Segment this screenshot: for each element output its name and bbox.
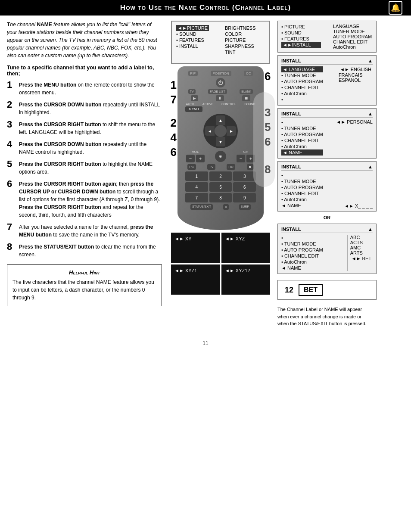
step-num-left-2: 2 bbox=[171, 117, 177, 128]
install3-auto: • AUTO PROGRAM bbox=[281, 184, 323, 190]
ch-down-btn[interactable]: − bbox=[237, 155, 245, 162]
remote-dpad: ▲ ▼ ◄ ► bbox=[203, 114, 238, 148]
remote-btn-3[interactable]: 3 bbox=[233, 171, 256, 181]
panel-xy: ◄► XY _ _ bbox=[171, 233, 220, 263]
remote-dpad-right[interactable]: ► bbox=[227, 126, 236, 136]
remote-stop-btn[interactable]: ⏹ bbox=[242, 95, 250, 101]
install-title-2: INSTALL ▲ bbox=[281, 111, 373, 118]
remote-cc-btn[interactable]: CC bbox=[244, 71, 253, 76]
remote-power-btn[interactable]: ⏻ bbox=[216, 78, 225, 87]
menu-tint: TINT bbox=[225, 49, 265, 55]
remote-tv-btn[interactable]: TV bbox=[188, 89, 196, 94]
vol-up-btn[interactable]: + bbox=[196, 155, 205, 162]
remote-btn-9[interactable]: 9 bbox=[233, 193, 256, 202]
ms2-channel: CHANNEL EDIT bbox=[333, 39, 373, 44]
step-text-4: Press the CURSOR DOWN button repeatedly … bbox=[19, 140, 162, 156]
panel-xyz: ◄► XYZ _ bbox=[221, 233, 270, 263]
install4-acts: ACTS bbox=[350, 240, 373, 245]
remote-vol-ch-area: VOL − + ⊗ CH − bbox=[186, 150, 255, 162]
remote-blank-btn[interactable]: BLANK bbox=[240, 89, 253, 94]
remote-control: PIP POSITION CC ⏻ TV PAGE LIST bbox=[177, 66, 264, 230]
menu-screen-2: • PICTURE • SOUND • FEATURES ◄►INSTALL L… bbox=[277, 21, 377, 53]
remote-position-btn[interactable]: POSITION bbox=[211, 71, 231, 76]
remote-btn-7[interactable]: 7 bbox=[185, 193, 208, 202]
install2-channel: • CHANNEL EDIT bbox=[281, 137, 323, 143]
remote-pagelist-btn[interactable]: PAGE LIST bbox=[208, 89, 227, 94]
install-title-4: INSTALL ▲ bbox=[281, 227, 373, 233]
remote-btn-1[interactable]: 1 bbox=[185, 171, 208, 181]
vol-label: VOL bbox=[192, 150, 199, 154]
remote-record-btn[interactable]: ⏺ bbox=[247, 164, 254, 170]
ms2-autochron: AutoChron bbox=[333, 44, 373, 50]
install3-tuner: • TUNER MODE bbox=[281, 178, 323, 184]
remote-btn-6[interactable]: 6 bbox=[233, 182, 256, 192]
menu-brightness: BRIGHTNESS bbox=[225, 25, 265, 31]
remote-auto-btn[interactable]: AUTO bbox=[186, 103, 194, 106]
subtitle: Tune to a specific channel that you want… bbox=[7, 65, 162, 77]
center-column: ◄►PICTURE • SOUND • FEATURES • INSTALL B… bbox=[169, 21, 272, 327]
remote-btn-5[interactable]: 5 bbox=[209, 182, 232, 192]
remote-btn-2[interactable]: 2 bbox=[209, 171, 232, 181]
channel-name-label: BET bbox=[299, 284, 323, 296]
channel-label-note: The Channel Label or NAME will appear wh… bbox=[277, 306, 372, 327]
step-7: 7 After you have selected a name for the… bbox=[7, 223, 162, 239]
remote-hd-btn[interactable]: HD bbox=[227, 164, 235, 170]
left-column: The channel NAME feature allows you to l… bbox=[7, 21, 162, 327]
main-content: The channel NAME feature allows you to l… bbox=[0, 16, 411, 333]
remote-menu-btn[interactable]: MENU bbox=[185, 106, 202, 112]
remote-active-btn[interactable]: ACTIVE bbox=[202, 103, 213, 106]
step-num-1: 1 bbox=[7, 80, 16, 90]
menu-picture: ◄►PICTURE bbox=[176, 25, 209, 31]
remote-dpad-down[interactable]: ▼ bbox=[216, 137, 225, 146]
remote-status-btn[interactable]: STATUS/EXIT bbox=[190, 204, 213, 210]
remote-play-btn[interactable]: ▶ bbox=[191, 95, 198, 101]
remote-tv-src-btn[interactable]: TV bbox=[207, 164, 215, 170]
page: How to Use the Name Control (Channel Lab… bbox=[0, 0, 411, 532]
remote-btn-0[interactable]: 0 bbox=[223, 204, 228, 210]
vol-down-btn[interactable]: − bbox=[186, 155, 195, 162]
remote-pc-btn[interactable]: PC bbox=[187, 164, 196, 170]
remote-dpad-up[interactable]: ▲ bbox=[216, 115, 225, 125]
remote-mute-btn[interactable]: ⊗ bbox=[215, 151, 226, 162]
remote-btn-4[interactable]: 4 bbox=[185, 182, 208, 192]
step-8: 8 Press the STATUS/EXIT button to clear … bbox=[7, 243, 162, 258]
page-number: 11 bbox=[0, 337, 411, 350]
ms2-features: • FEATURES bbox=[281, 36, 321, 42]
step-4: 4 Press the CURSOR DOWN button repeatedl… bbox=[7, 140, 162, 156]
install4-name: ◄ NAME bbox=[281, 265, 323, 271]
install3-channel: • CHANNEL EDIT bbox=[281, 190, 323, 196]
remote-surf-btn[interactable]: SURF bbox=[239, 204, 251, 210]
remote-pause-btn[interactable]: ⏸ bbox=[216, 95, 224, 101]
menu-sound: • SOUND bbox=[176, 31, 216, 37]
install-screen-4: INSTALL ▲ • • TUNER MODE • AUTO PROGRAM … bbox=[277, 224, 377, 274]
remote-dpad-center[interactable] bbox=[215, 125, 227, 137]
remote-btn-8[interactable]: 8 bbox=[209, 193, 232, 202]
step-num-8: 8 bbox=[7, 242, 16, 252]
step-6: 6 Press the CURSOR RIGHT button again; t… bbox=[7, 180, 162, 219]
step-num-left-7: 7 bbox=[171, 94, 177, 105]
hint-title: Helpful Hint bbox=[12, 269, 156, 276]
ch-label: CH bbox=[243, 150, 249, 154]
panel-xy-text: ◄► XY _ _ bbox=[174, 236, 199, 241]
menu-picture-r: PICTURE bbox=[225, 37, 265, 43]
menu-sharpness: SHARPNESS bbox=[225, 43, 265, 49]
step-num-2: 2 bbox=[7, 100, 16, 109]
install-screen-2: INSTALL ▲ • • TUNER MODE • AUTO PROGRAM … bbox=[277, 108, 377, 159]
screen-panels: ◄► XY _ _ ◄► XYZ _ ◄► XYZ1 ◄► XYZ12 bbox=[171, 233, 270, 295]
install2-personal: ◄► PERSONAL bbox=[336, 119, 373, 124]
page-title: How to Use the Name Control (Channel Lab… bbox=[120, 3, 291, 12]
install3-x: ◄► X_ _ _ _ bbox=[344, 203, 373, 208]
center-right-area: ◄►PICTURE • SOUND • FEATURES • INSTALL B… bbox=[169, 21, 404, 327]
install4-dot: • bbox=[281, 235, 323, 241]
step-3: 3 Press the CURSOR RIGHT button to shift… bbox=[7, 121, 162, 136]
install3-dot: • bbox=[281, 172, 323, 178]
install4-amc: AMC bbox=[350, 245, 373, 250]
install2-auto: • AUTO PROGRAM bbox=[281, 131, 323, 137]
step-5: 5 Press the CURSOR RIGHT button to highl… bbox=[7, 160, 162, 176]
install4-bet: ◄► BET bbox=[350, 255, 373, 261]
install1-espanol: ESPANOL bbox=[339, 78, 373, 83]
remote-pip-btn[interactable]: PIP bbox=[188, 71, 198, 76]
step-num-right-6: 6 bbox=[265, 71, 271, 82]
panel-xyz-text: ◄► XYZ _ bbox=[225, 236, 249, 241]
remote-dpad-left[interactable]: ◄ bbox=[205, 126, 215, 136]
